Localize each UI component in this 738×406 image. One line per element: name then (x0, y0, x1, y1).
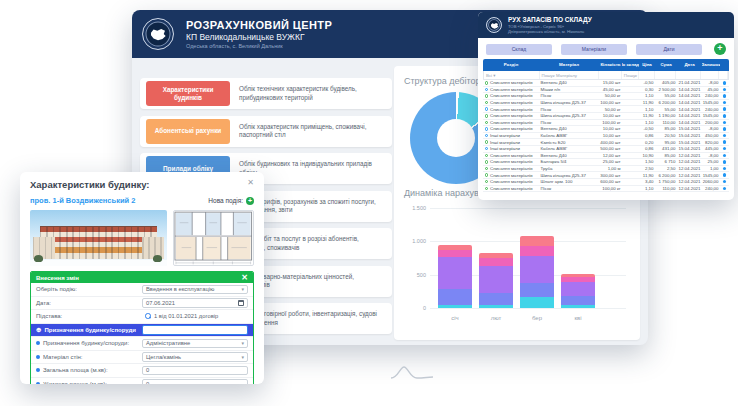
house-address-link[interactable]: пров. 1-й Воздвиженський 2 (30, 196, 135, 205)
price-cell: 11,90 (639, 173, 655, 178)
stock-filter-button[interactable]: Матеріали (561, 44, 627, 55)
sum-cell: 2,50 (655, 166, 677, 171)
column-header[interactable]: Дата (677, 59, 702, 71)
column-header[interactable]: Сума (655, 59, 677, 71)
info-icon[interactable] (723, 173, 727, 177)
add-event-button[interactable]: + (246, 197, 254, 205)
stacked-bar (520, 236, 554, 308)
green-status-icon (485, 94, 489, 98)
x-axis-label: січ (438, 315, 472, 321)
info-icon[interactable] (723, 134, 727, 138)
table-row[interactable]: Списання матеріалівШина кільцева Д25-373… (483, 172, 729, 179)
price-cell: 1,10 (639, 107, 655, 112)
basis-link[interactable]: 1 від 01.01.2021 договір (142, 312, 248, 322)
sum-cell: 55,00 (655, 93, 677, 98)
filter-cell (676, 71, 701, 79)
material-cell: Пісок (539, 186, 599, 191)
stock-table-header: РозділМатеріалКількістьПо складуЦінаСума… (483, 59, 729, 71)
info-icon[interactable] (723, 127, 727, 131)
info-icon[interactable] (723, 121, 727, 125)
table-row[interactable]: Інші матеріалиЄмність Б20400,00 шт0,2095… (483, 139, 729, 146)
company-location: Одеська область, с. Великий Дальник (186, 43, 332, 49)
table-row[interactable]: Списання матеріалівБалгарка 5/425,00 шт1… (483, 159, 729, 166)
info-icon[interactable] (723, 114, 727, 118)
close-icon[interactable]: ✕ (247, 179, 254, 187)
action-cell (720, 127, 729, 131)
column-header[interactable]: Розділ (483, 59, 539, 71)
info-icon[interactable] (723, 107, 727, 111)
add-record-button[interactable]: + (714, 43, 726, 55)
table-row[interactable]: Списання матеріалівШланг арм. 100600,00 … (483, 179, 729, 186)
column-header[interactable]: Матеріал (539, 59, 599, 71)
stock-filter-button[interactable]: Склад (486, 44, 552, 55)
input-value: 0 (146, 367, 149, 373)
info-icon[interactable] (723, 167, 727, 171)
info-icon[interactable] (723, 180, 727, 184)
column-header[interactable]: Ціна (639, 59, 655, 71)
info-icon[interactable] (723, 101, 727, 105)
info-icon[interactable] (723, 160, 727, 164)
table-row[interactable]: Списання матеріалівТруба1,00 м2,502,5012… (483, 166, 729, 173)
building-photo[interactable] (30, 210, 167, 266)
balance-cell: 240,00 (702, 93, 720, 98)
form-select[interactable]: Адміністративне▾ (142, 339, 248, 349)
table-row[interactable]: Списання матеріалівПісок50,00 кг1,1055,0… (483, 106, 729, 113)
form-input[interactable] (142, 325, 248, 335)
info-icon[interactable] (723, 81, 727, 85)
close-icon[interactable]: ✕ (241, 274, 248, 282)
sum-cell: 85,00 (655, 153, 677, 158)
column-header[interactable]: Залишок (702, 59, 720, 71)
form-input[interactable]: 0 (142, 366, 248, 376)
price-cell: -0,50 (639, 126, 655, 131)
table-row[interactable]: Списання матеріалівПісок100,00 кг1,10110… (483, 186, 729, 193)
form-input[interactable]: 0 (142, 379, 248, 384)
table-row[interactable]: Списання матеріалівШина кільцева Д25-371… (483, 100, 729, 107)
balance-cell: 45,00 (702, 87, 720, 92)
section-cell: Списання матеріалів (483, 80, 539, 85)
y-axis-label: 500 (417, 272, 426, 278)
info-icon[interactable] (723, 140, 727, 144)
column-header[interactable]: Кількість (599, 59, 622, 71)
table-row[interactable]: Списання матеріалівВентиль Д4012,00 шт10… (483, 153, 729, 160)
info-icon[interactable] (723, 94, 727, 98)
qty-cell: 100,00 кг (599, 120, 622, 125)
table-row[interactable]: Списання матеріалівМішки п/п45,00 шт0,30… (483, 87, 729, 94)
sum-cell: 55,00 (655, 107, 677, 112)
stock-filter-button[interactable]: Дати (636, 44, 702, 55)
bar-segment (561, 305, 595, 308)
table-row[interactable]: Інші матеріалиКабель АВВГ500,00 шт0,8643… (483, 146, 729, 153)
date-cell: 12.04.2021 (677, 179, 702, 184)
qty-cell: 50,00 кг (599, 107, 622, 112)
module-tile-button[interactable]: Абонентські рахунки (146, 119, 230, 144)
action-cell (720, 121, 729, 125)
date-field[interactable]: 07.06.2021 (142, 298, 248, 308)
action-cell (720, 114, 729, 118)
form-select[interactable]: Введення в експлуатацію▾ (142, 285, 248, 295)
form-select[interactable]: Цегла/камінь▾ (142, 352, 248, 362)
form-label: ⊕Призначення будинку/споруди (36, 327, 136, 333)
section-filter-select[interactable]: Всі ▾ (484, 71, 540, 79)
material-search-input[interactable]: Пошук Матеріалу (540, 71, 599, 79)
balance-cell: 25,00 (702, 159, 720, 164)
info-icon[interactable] (723, 154, 727, 158)
info-icon[interactable] (723, 187, 727, 191)
filter-cell (639, 71, 655, 79)
table-row[interactable]: Списання матеріалівВентиль Д4015,00 шт-0… (483, 80, 729, 87)
table-row[interactable]: Списання матеріалівВентиль Д4010,00 шт-0… (483, 126, 729, 133)
info-icon[interactable] (723, 88, 727, 92)
table-row[interactable]: Інші матеріалиКабель АВВГ10,00 шт0,8620,… (483, 133, 729, 140)
price-cell: 0,86 (639, 133, 655, 138)
search-input[interactable]: Пошук (622, 71, 639, 79)
table-row[interactable]: Списання матеріалівПісок50,00 кг1,1055,0… (483, 93, 729, 100)
green-status-icon (485, 160, 489, 164)
balance-cell: -8,00 (702, 153, 720, 158)
bar-segment (520, 297, 554, 308)
floor-plan-image[interactable] (173, 210, 254, 266)
price-cell: 0,20 (639, 140, 655, 145)
column-header[interactable]: По складу (622, 59, 639, 71)
table-row[interactable]: Списання матеріалівПісок100,00 кг1,10110… (483, 120, 729, 127)
info-icon[interactable] (723, 147, 727, 151)
table-row[interactable]: Списання матеріалівШина кільцева Д25-371… (483, 113, 729, 120)
module-tile-button[interactable]: Характеристики будинків (146, 81, 230, 106)
form-row: Матеріал стін:Цегла/камінь▾ (31, 351, 253, 365)
